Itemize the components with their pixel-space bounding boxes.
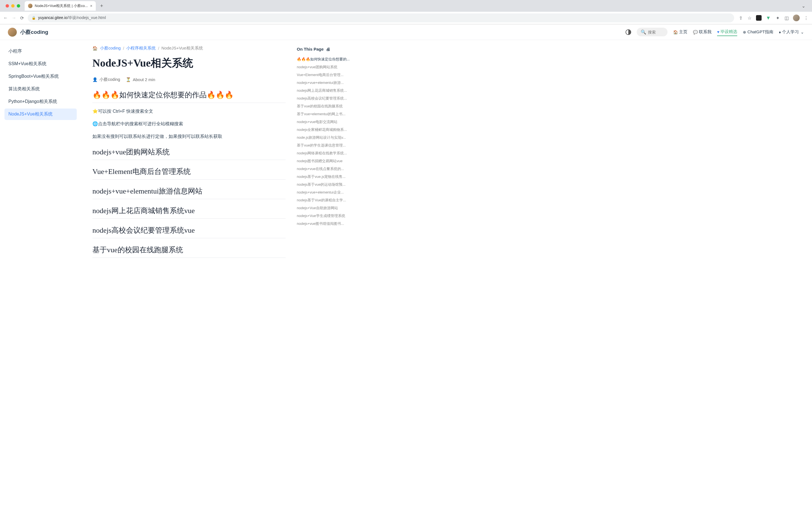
toc-item[interactable]: 基于vue的学生选课信息管理... (297, 141, 357, 149)
site-navbar: 小蔡coding 🔍 🏠主页 💬联系我 ♥毕设精选 ⊕ChatGPT指南 ♦个人… (0, 24, 812, 40)
toc-item[interactable]: nodejs高校会议纪要管理系统... (297, 94, 357, 102)
bookmark-icon[interactable]: ☆ (747, 15, 752, 20)
chat-icon: 💬 (693, 30, 698, 34)
toc-item[interactable]: nodejs网络课程在线教学系统... (297, 149, 357, 157)
paragraph: ⭐可以按 Ctrl+F 快速搜索全文 (92, 107, 286, 116)
sidebar-item-miniprogram[interactable]: 小程序 (4, 46, 77, 57)
section-heading: nodejs+vue团购网站系统 (92, 147, 286, 160)
extensions-icon[interactable]: ✦ (775, 15, 780, 20)
sidebar-item-python-django[interactable]: Python+Django相关系统 (4, 96, 77, 107)
browser-tab[interactable]: NodeJS+Vue相关系统 | 小蔡co... × (25, 1, 96, 11)
vue-devtools-icon[interactable]: ▼ (766, 15, 771, 21)
profile-avatar[interactable] (793, 15, 800, 21)
nav-home[interactable]: 🏠主页 (673, 28, 687, 36)
nav-learning[interactable]: ♦个人学习⌄ (779, 28, 804, 36)
new-tab-button[interactable]: + (98, 3, 105, 9)
toc-item[interactable]: nodejs网上花店商城销售系统... (297, 87, 357, 94)
reload-button[interactable]: ⟳ (20, 15, 24, 21)
home-icon: 🏠 (673, 30, 678, 34)
toc-item[interactable]: nodejs+vue图书馆借阅图书... (297, 220, 357, 228)
toc-item[interactable]: nodejs+Vue自助旅游网站 (297, 204, 357, 212)
fire-icon: ♦ (779, 30, 781, 34)
table-of-contents: On This Page 🖨 🔥🔥🔥如何快速定位你想要的...nodejs+vu… (297, 40, 361, 528)
maximize-window-button[interactable] (17, 4, 20, 7)
extension-icon[interactable] (756, 15, 762, 21)
user-icon: 👤 (92, 77, 98, 82)
menu-icon[interactable]: ⋮ (803, 15, 809, 20)
tab-bar: NodeJS+Vue相关系统 | 小蔡co... × + ⌄ (0, 0, 812, 12)
sidebar-item-springboot-vue[interactable]: SpringBoot+Vue相关系统 (4, 71, 77, 82)
site-title[interactable]: 小蔡coding (20, 29, 48, 36)
nav-contact[interactable]: 💬联系我 (693, 28, 711, 36)
window-controls (3, 4, 23, 7)
toc-item[interactable]: Vue+Element电商后台管理... (297, 71, 357, 79)
heart-icon: ♥ (717, 30, 719, 34)
breadcrumb-home[interactable]: 小蔡coding (100, 46, 121, 51)
print-icon[interactable]: 🖨 (326, 47, 330, 51)
forward-button[interactable]: → (12, 15, 16, 20)
favicon (28, 4, 32, 8)
search-input[interactable] (648, 30, 665, 34)
toc-item[interactable]: 基于vue的校园在线跑腿系统 (297, 102, 357, 110)
hourglass-icon: ⏳ (126, 77, 131, 82)
section-heading: nodejs网上花店商城销售系统vue (92, 206, 286, 219)
toc-item[interactable]: nodejs+vue+elementui企业... (297, 188, 357, 196)
breadcrumb-sep: / (123, 46, 124, 51)
toc-item[interactable]: nodejs基于vue.js宠物在线售... (297, 173, 357, 181)
toc-item[interactable]: nodejs+vue团购网站系统 (297, 63, 357, 71)
section-heading: 基于vue的校园在线跑腿系统 (92, 245, 286, 258)
breadcrumb-current: NodeJS+Vue相关系统 (162, 46, 203, 51)
close-tab-button[interactable]: × (90, 4, 92, 8)
browser-chrome: NodeJS+Vue相关系统 | 小蔡co... × + ⌄ ← → ⟳ 🔒 y… (0, 0, 812, 24)
page-meta: 👤小蔡coding ⏳About 2 min (92, 77, 286, 82)
paragraph: 如果没有搜到可以联系站长进行定做，如果搜到可以联系站长获取 (92, 133, 286, 141)
meta-author: 👤小蔡coding (92, 77, 120, 82)
nav-chatgpt[interactable]: ⊕ChatGPT指南 (743, 28, 773, 36)
address-bar[interactable]: 🔒 yuyancai.gitee.io/毕设/nodejs_vue.html (28, 13, 734, 22)
sidebar: 小程序 SSM+Vue相关系统 SpringBoot+Vue相关系统 算法类相关… (0, 40, 81, 528)
theme-toggle-button[interactable] (625, 29, 631, 35)
sidebar-item-nodejs-vue[interactable]: NodeJS+Vue相关系统 (4, 108, 77, 120)
close-window-button[interactable] (5, 4, 9, 7)
section-heading: nodejs+vue+elementui旅游信息网站 (92, 186, 286, 199)
toc-item[interactable]: node.js旅游网站设计与实现v... (297, 134, 357, 141)
search-icon: 🔍 (641, 29, 646, 35)
toc-item[interactable]: nodejs图书捐赠交易网站vue (297, 157, 357, 165)
breadcrumb: 🏠 小蔡coding / 小程序相关系统 / NodeJS+Vue相关系统 (92, 46, 286, 51)
sidepanel-icon[interactable]: ◫ (784, 15, 789, 20)
toc-item[interactable]: nodejs+Vue学生成绩管理系统 (297, 212, 357, 220)
lock-icon: 🔒 (32, 16, 36, 20)
share-icon[interactable]: ⇧ (738, 15, 743, 20)
nav-projects[interactable]: ♥毕设精选 (717, 28, 737, 36)
toc-item[interactable]: 🔥🔥🔥如何快速定位你想要的... (297, 55, 357, 63)
paragraph: 🌐点击导航栏中的搜索框可进行全站模糊搜索 (92, 120, 286, 128)
toc-item[interactable]: nodejs基于vue的运动场馆预... (297, 181, 357, 188)
tabs-dropdown-button[interactable]: ⌄ (798, 3, 809, 9)
search-box[interactable]: 🔍 (637, 28, 668, 36)
toc-item[interactable]: nodejs+vue电影交流网站 (297, 118, 357, 126)
toolbar-right: ⇧ ☆ ▼ ✦ ◫ ⋮ (738, 15, 809, 21)
toc-item[interactable]: nodejs+vue在线点餐系统的... (297, 165, 357, 173)
sidebar-item-algorithm[interactable]: 算法类相关系统 (4, 83, 77, 95)
toc-item[interactable]: nodejs+vue+elementui旅游... (297, 79, 357, 87)
breadcrumb-sep: / (158, 46, 159, 51)
back-button[interactable]: ← (3, 15, 8, 20)
section-heading-intro: 🔥🔥🔥如何快速定位你想要的作品🔥🔥🔥 (92, 90, 286, 103)
browser-toolbar: ← → ⟳ 🔒 yuyancai.gitee.io/毕设/nodejs_vue.… (0, 12, 812, 24)
minimize-window-button[interactable] (11, 4, 15, 7)
compass-icon: ⊕ (743, 30, 746, 34)
toc-title: On This Page 🖨 (297, 47, 357, 51)
meta-readtime: ⏳About 2 min (126, 77, 155, 82)
url-text: yuyancai.gitee.io/毕设/nodejs_vue.html (38, 15, 106, 20)
section-heading: nodejs高校会议纪要管理系统vue (92, 225, 286, 238)
content: 🏠 小蔡coding / 小程序相关系统 / NodeJS+Vue相关系统 No… (81, 40, 297, 528)
section-heading: Vue+Element电商后台管理系统 (92, 167, 286, 180)
site-logo[interactable] (8, 28, 17, 36)
sidebar-item-ssm-vue[interactable]: SSM+Vue相关系统 (4, 58, 77, 70)
toc-item[interactable]: nodejs全家桶鲜花商城购物系... (297, 126, 357, 134)
toc-item[interactable]: nodejs基于Vue的课程自主学... (297, 196, 357, 204)
breadcrumb-mid[interactable]: 小程序相关系统 (126, 46, 156, 51)
home-icon: 🏠 (92, 46, 98, 51)
toc-item[interactable]: 基于vue+elementui的网上书... (297, 110, 357, 118)
chevron-down-icon: ⌄ (800, 30, 804, 35)
